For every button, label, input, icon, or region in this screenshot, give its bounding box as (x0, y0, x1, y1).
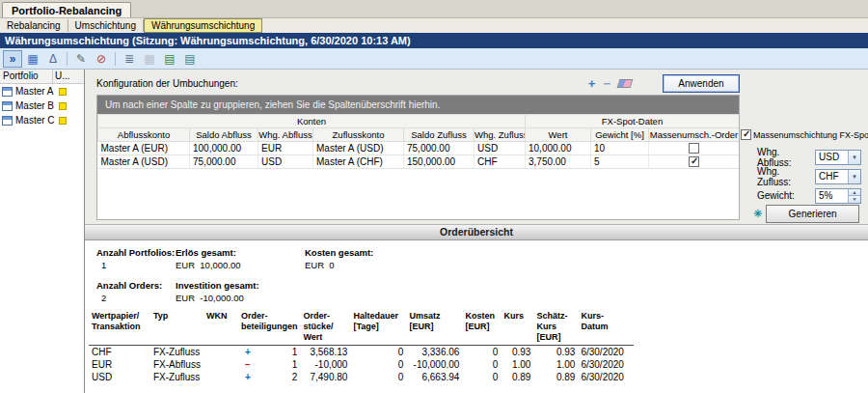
col-wert[interactable]: Wert (526, 128, 591, 142)
tab-waehrungsumschichtung[interactable]: Währungsumschichtung (144, 18, 262, 33)
col-kosten[interactable]: Kosten [EUR] (462, 310, 501, 346)
anzahl-portfolios-value: 1 (96, 260, 176, 274)
cell-umsatz: 3,336.06 (406, 346, 462, 359)
col-whg-abfluss[interactable]: Whg. Abfluss (258, 128, 313, 142)
col-whg-zufluss[interactable]: Whg. Zufluss (475, 128, 526, 142)
cell-beteiligungen: +1 (238, 346, 301, 359)
tab-portfolio-rebalancing[interactable]: Portfolio-Rebalancing (2, 2, 131, 17)
col-orderstuecke-wert[interactable]: Order- stücke/ Wert (300, 310, 350, 346)
cell-zuflusskonto[interactable]: Master A (USD) (313, 142, 404, 155)
list-icon[interactable]: ≣ (120, 50, 139, 68)
spinner-down-icon[interactable] (849, 196, 860, 203)
cell-whg-abfluss[interactable]: EUR (258, 142, 313, 155)
col-saldo-abfluss[interactable]: Saldo Abfluss (190, 128, 258, 142)
order-row: CHF FX-Zufluss +1 3,568.13 0 3,336.06 0 … (89, 346, 634, 359)
cell-gewicht[interactable]: 10 (591, 142, 649, 155)
cell-zuflusskonto[interactable]: Master A (CHF) (313, 155, 404, 169)
gewicht-label: Gewicht: (757, 190, 815, 201)
portfolio-item-master-a[interactable]: Master A (0, 84, 84, 98)
page-title: Währungsumschichtung (Sitzung: Währungsu… (0, 33, 868, 48)
dropdown-arrow-icon[interactable] (848, 151, 860, 164)
config-row[interactable]: Master A (EUR) 100,000.00 EUR Master A (… (98, 142, 740, 155)
portfolio-column-header[interactable]: Portfolio (0, 70, 53, 83)
remove-entry-icon[interactable]: − (603, 77, 610, 90)
config-section: Konfiguration der Umbuchungen: + − Anwen… (85, 70, 868, 224)
generate-icon: ✳ (753, 208, 762, 220)
order-section: Anzahl Portfolios: Erlös gesamt: Kosten … (85, 240, 868, 393)
cell-whg-zufluss[interactable]: CHF (475, 155, 526, 169)
cell-abflusskonto[interactable]: Master A (EUR) (98, 142, 190, 155)
cell-umsatz: 6,663.94 (406, 371, 462, 383)
col-kurs[interactable]: Kurs (501, 310, 533, 346)
spinner-up-icon[interactable] (849, 189, 860, 197)
cell-saldo-abfluss[interactable]: 100,000.00 (190, 142, 258, 155)
col-umsatz[interactable]: Umsatz [EUR] (406, 310, 462, 346)
cell-kurs: 0.93 (501, 346, 533, 359)
config-row[interactable]: Master A (USD) 75,000.00 USD Master A (C… (98, 155, 740, 169)
cell-kosten: 0 (462, 371, 501, 383)
col-gewicht[interactable]: Gewicht [%] (591, 128, 649, 142)
whg-zufluss-select[interactable]: CHF (815, 169, 861, 184)
cell-gewicht[interactable]: 5 (591, 155, 649, 169)
apply-button[interactable]: Anwenden (663, 74, 740, 93)
table-view-icon[interactable]: ▦ (23, 50, 42, 68)
massenumsch-order-checkbox[interactable] (689, 156, 699, 167)
beteiligungen-value: 1 (292, 347, 298, 357)
cell-whg-abfluss[interactable]: USD (258, 155, 313, 169)
cell-kurs: 1.00 (501, 358, 533, 371)
col-typ[interactable]: Typ (150, 310, 203, 346)
block-icon[interactable]: ⊘ (92, 50, 111, 68)
dropdown-arrow-icon[interactable] (848, 170, 860, 183)
band-fx-spot-daten: FX-Spot-Daten (526, 115, 740, 128)
delta-icon[interactable]: Δ (43, 50, 63, 68)
cell-abflusskonto[interactable]: Master A (USD) (98, 155, 190, 169)
col-saldo-zufluss[interactable]: Saldo Zufluss (404, 128, 475, 142)
add-entry-icon[interactable]: + (588, 77, 596, 90)
whg-abfluss-select[interactable]: USD (815, 150, 861, 165)
col-wkn[interactable]: WKN (203, 310, 238, 346)
notebook-teal-icon[interactable]: ▤ (180, 50, 200, 68)
cell-typ: FX-Zufluss (150, 371, 203, 383)
erloes-gesamt-value: EUR 10,000.00 (176, 260, 305, 274)
col-haltedauer[interactable]: Haltedauer [Tage] (350, 310, 406, 346)
portfolio-item-master-b[interactable]: Master B (0, 98, 84, 113)
config-header-row: Konfiguration der Umbuchungen: + − Anwen… (96, 74, 740, 93)
massenumsch-order-checkbox[interactable] (689, 143, 699, 154)
col-kurs-datum[interactable]: Kurs- Datum (578, 310, 634, 346)
u-column-header[interactable]: U... (53, 70, 84, 83)
cell-wert[interactable]: 3,750.00 (526, 155, 591, 169)
portfolio-item-label: Master B (15, 100, 54, 111)
portfolio-panel: Portfolio U... Master A Master B Master … (0, 70, 85, 393)
cell-saldo-zufluss[interactable]: 150,000.00 (404, 155, 475, 169)
cell-haltedauer: 0 (350, 371, 406, 383)
col-orderbeteiligungen[interactable]: Order- beteiligungen (238, 310, 301, 346)
col-zuflusskonto[interactable]: Zuflusskonto (313, 128, 404, 142)
edit-note-icon[interactable]: ✎ (71, 50, 91, 68)
gewicht-spinner[interactable]: 5% (815, 188, 861, 204)
status-square-icon (59, 102, 67, 110)
cell-saldo-abfluss[interactable]: 75,000.00 (190, 155, 258, 169)
expand-icon[interactable]: » (3, 50, 22, 68)
tab-umschichtung[interactable]: Umschichtung (68, 19, 144, 32)
eraser-icon[interactable] (617, 79, 634, 88)
col-wertpapier-transaktion[interactable]: Wertpapier/ Transaktion (89, 310, 150, 346)
cell-wert[interactable]: 10,000.00 (526, 142, 591, 155)
portfolio-icon (2, 116, 13, 126)
group-by-drop-zone[interactable]: Um nach einer Spalte zu gruppieren, zieh… (97, 96, 739, 114)
cell-kurs-datum: 6/30/2020 (578, 371, 634, 383)
massenumschichtung-checkbox[interactable] (741, 129, 751, 140)
notebook-green-icon[interactable]: ▤ (160, 50, 179, 68)
anzahl-portfolios-label: Anzahl Portfolios: (96, 247, 176, 260)
cell-whg-zufluss[interactable]: USD (475, 142, 526, 155)
col-massenumsch-order[interactable]: Massenumsch.-Order (649, 128, 740, 142)
grid-disabled-icon: ▦ (140, 50, 159, 68)
cell-beteiligungen: +2 (238, 371, 301, 383)
spinner-buttons (848, 189, 860, 203)
gewicht-field: Gewicht: 5% (757, 187, 861, 204)
col-schaetz-kurs[interactable]: Schätz- Kurs [EUR] (533, 310, 578, 346)
generate-button[interactable]: Generieren (766, 205, 859, 223)
col-abflusskonto[interactable]: Abflusskonto (98, 128, 190, 142)
cell-saldo-zufluss[interactable]: 75,000.00 (404, 142, 475, 155)
portfolio-item-master-c[interactable]: Master C (0, 113, 84, 127)
tab-rebalancing[interactable]: Rebalancing (0, 19, 68, 32)
